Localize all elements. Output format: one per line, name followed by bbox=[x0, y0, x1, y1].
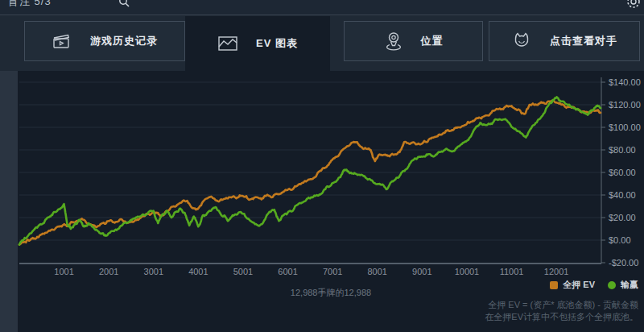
ev-formula-line1: 全押 EV = (资产* 底池金额) - 贡献金额 bbox=[485, 299, 638, 311]
legend-item-winnings[interactable]: 输赢 bbox=[608, 279, 638, 291]
legend-item-allin-ev[interactable]: 全押 EV bbox=[550, 279, 595, 291]
chart-line-icon bbox=[217, 35, 238, 52]
gear-icon[interactable] bbox=[625, 0, 642, 10]
tab-label: 位置 bbox=[421, 34, 444, 48]
winnings-marker bbox=[608, 281, 616, 289]
allin-ev-marker bbox=[550, 281, 558, 289]
tab-label: 游戏历史记录 bbox=[90, 34, 158, 48]
tab-game-history[interactable]: 游戏历史记录 bbox=[24, 21, 185, 61]
chart-legend: 全押 EV 输赢 bbox=[550, 279, 638, 291]
blinds-text: 盲注 5/3 bbox=[8, 0, 52, 9]
tab-label: 点击查看对手 bbox=[550, 34, 617, 48]
ev-formula-line2: 在全押EV计算中不包括多个全押底池。 bbox=[485, 311, 638, 323]
ev-formula-notes: 全押 EV = (资产* 底池金额) - 贡献金额 在全押EV计算中不包括多个全… bbox=[485, 299, 638, 323]
tab-position[interactable]: 位置 bbox=[344, 21, 483, 61]
tab-row: 游戏历史记录 EV 图表 位置 点击查看对手 bbox=[0, 15, 644, 71]
chart-panel: 12,988手牌的12,988 全押 EV 输赢 全押 EV = (资产* 底池… bbox=[18, 71, 644, 332]
clapperboard-icon bbox=[52, 31, 72, 51]
search-icon[interactable] bbox=[118, 0, 130, 8]
top-bar: 盲注 5/3 bbox=[0, 0, 644, 15]
tab-opponents[interactable]: 点击查看对手 bbox=[489, 21, 640, 61]
legend-label: 全押 EV bbox=[563, 279, 595, 291]
tab-label: EV 图表 bbox=[256, 36, 298, 51]
cat-icon bbox=[511, 31, 532, 52]
tab-ev-chart[interactable]: EV 图表 bbox=[185, 16, 330, 71]
legend-label: 输赢 bbox=[621, 279, 638, 291]
location-pin-icon bbox=[384, 31, 403, 52]
